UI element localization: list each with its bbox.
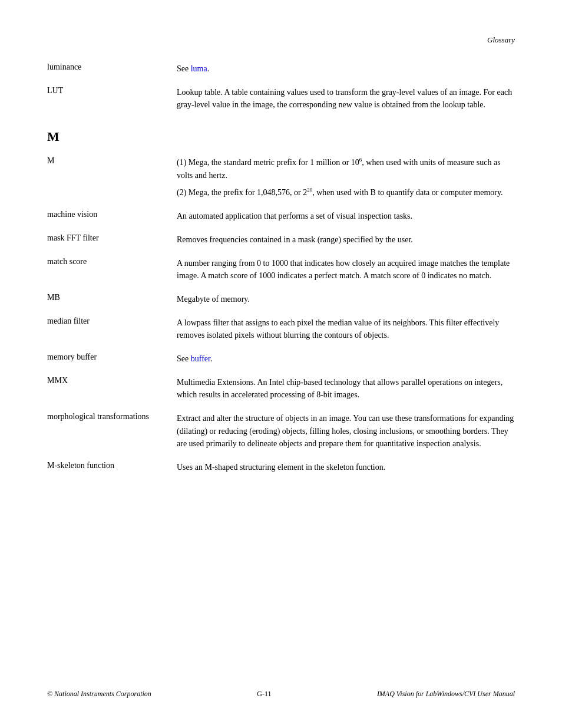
- footer-copyright: © National Instruments Corporation: [47, 690, 151, 699]
- term-machine-vision: machine vision: [47, 210, 177, 219]
- def-median-filter: A lowpass filter that assigns to each pi…: [177, 317, 515, 342]
- link-buffer[interactable]: buffer: [191, 354, 210, 363]
- entry-m-skeleton-function: M-skeleton function Uses an M-shaped str…: [47, 461, 515, 474]
- entry-memory-buffer: memory buffer See buffer.: [47, 353, 515, 365]
- section-heading-m: M: [47, 129, 515, 144]
- entry-match-score: match score A number ranging from 0 to 1…: [47, 257, 515, 282]
- entry-luminance: luminance See luma.: [47, 62, 515, 75]
- term-mask-fft-filter: mask FFT filter: [47, 233, 177, 243]
- footer-page-number: G-11: [257, 690, 271, 699]
- term-mb: MB: [47, 293, 177, 302]
- term-median-filter: median filter: [47, 317, 177, 326]
- glossary-section: luminance See luma. LUT Lookup table. A …: [47, 62, 515, 474]
- def-morphological-transformations: Extract and alter the structure of objec…: [177, 412, 515, 450]
- def-m-skeleton-function: Uses an M-shaped structuring element in …: [177, 461, 515, 474]
- page: Glossary luminance See luma. LUT Lookup …: [0, 0, 562, 728]
- header-text: Glossary: [487, 35, 515, 45]
- entry-median-filter: median filter A lowpass filter that assi…: [47, 317, 515, 342]
- entry-morphological-transformations: morphological transformations Extract an…: [47, 412, 515, 450]
- term-m: M: [47, 156, 177, 166]
- entry-lut: LUT Lookup table. A table containing val…: [47, 86, 515, 111]
- def-mask-fft-filter: Removes frequencies contained in a mask …: [177, 233, 515, 246]
- entry-mb: MB Megabyte of memory.: [47, 293, 515, 306]
- page-header: Glossary: [47, 35, 515, 45]
- def-memory-buffer: See buffer.: [177, 353, 515, 365]
- entry-m: M (1) Mega, the standard metric prefix f…: [47, 156, 515, 199]
- term-morphological-transformations: morphological transformations: [47, 412, 177, 421]
- term-mmx: MMX: [47, 376, 177, 386]
- link-luma[interactable]: luma: [191, 64, 207, 73]
- def-luminance: See luma.: [177, 62, 515, 75]
- def-machine-vision: An automated application that performs a…: [177, 210, 515, 223]
- footer-manual-title: IMAQ Vision for LabWindows/CVI User Manu…: [377, 690, 515, 699]
- term-lut: LUT: [47, 86, 177, 95]
- entry-mmx: MMX Multimedia Extensions. An Intel chip…: [47, 376, 515, 401]
- def-match-score: A number ranging from 0 to 1000 that ind…: [177, 257, 515, 282]
- term-m-skeleton-function: M-skeleton function: [47, 461, 177, 470]
- def-mb: Megabyte of memory.: [177, 293, 515, 306]
- def-mmx: Multimedia Extensions. An Intel chip-bas…: [177, 376, 515, 401]
- def-m: (1) Mega, the standard metric prefix for…: [177, 156, 515, 199]
- entry-machine-vision: machine vision An automated application …: [47, 210, 515, 223]
- term-match-score: match score: [47, 257, 177, 266]
- def-lut: Lookup table. A table containing values …: [177, 86, 515, 111]
- entry-mask-fft-filter: mask FFT filter Removes frequencies cont…: [47, 233, 515, 246]
- term-luminance: luminance: [47, 62, 177, 72]
- term-memory-buffer: memory buffer: [47, 353, 177, 362]
- page-footer: © National Instruments Corporation G-11 …: [47, 690, 515, 699]
